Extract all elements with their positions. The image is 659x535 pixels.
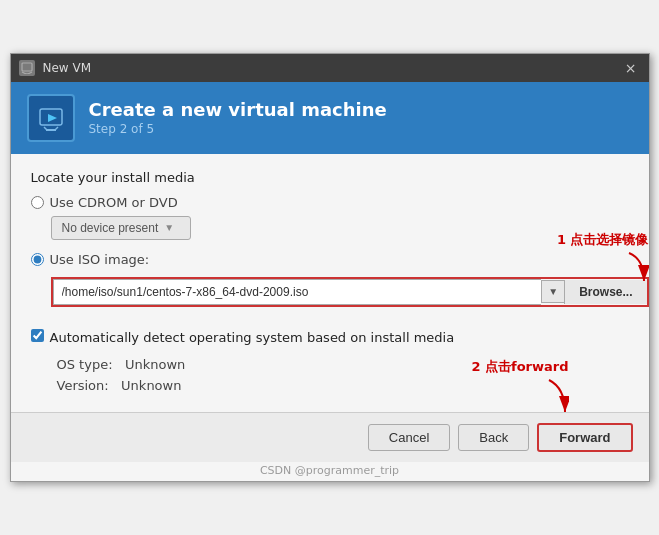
cdrom-label[interactable]: Use CDROM or DVD xyxy=(50,195,178,210)
version-value: Unknown xyxy=(121,378,181,393)
iso-path-row: ▼ Browse... xyxy=(51,277,649,307)
iso-label[interactable]: Use ISO image: xyxy=(50,252,150,267)
content-area: Locate your install media Use CDROM or D… xyxy=(11,154,649,413)
footer: Cancel Back Forward xyxy=(11,412,649,462)
cancel-button[interactable]: Cancel xyxy=(368,424,450,451)
dropdown-arrow-icon: ▼ xyxy=(164,222,174,233)
footer-container: 2 点击forward Cancel Back Forward xyxy=(11,412,649,462)
iso-dropdown-arrow[interactable]: ▼ xyxy=(541,280,564,303)
svg-rect-0 xyxy=(22,63,32,71)
os-type-row: OS type: Unknown xyxy=(57,355,629,376)
no-device-row: No device present ▼ xyxy=(51,216,629,240)
iso-option-row: Use ISO image: xyxy=(31,252,629,267)
cdrom-option-row: Use CDROM or DVD xyxy=(31,195,629,210)
header-title: Create a new virtual machine xyxy=(89,99,387,120)
back-button[interactable]: Back xyxy=(458,424,529,451)
watermark: CSDN @programmer_trip xyxy=(11,462,649,481)
window-title: New VM xyxy=(43,61,613,75)
os-type-key: OS type: xyxy=(57,357,113,372)
cdrom-radio[interactable] xyxy=(31,196,44,209)
forward-button[interactable]: Forward xyxy=(537,423,632,452)
iso-radio[interactable] xyxy=(31,253,44,266)
os-type-value: Unknown xyxy=(125,357,185,372)
iso-annotation-container: 1 点击选择镜像 ▼ Browse... xyxy=(31,273,629,307)
browse-button[interactable]: Browse... xyxy=(564,280,646,304)
wizard-icon xyxy=(27,94,75,142)
header-banner: Create a new virtual machine Step 2 of 5 xyxy=(11,82,649,154)
vm-icon xyxy=(19,60,35,76)
vm-creation-window: New VM × Create a new virtual machine St… xyxy=(10,53,650,483)
header-step: Step 2 of 5 xyxy=(89,122,387,136)
iso-path-input[interactable] xyxy=(53,279,542,305)
header-text: Create a new virtual machine Step 2 of 5 xyxy=(89,99,387,136)
no-device-dropdown[interactable]: No device present ▼ xyxy=(51,216,191,240)
auto-detect-label[interactable]: Automatically detect operating system ba… xyxy=(50,329,455,347)
version-row: Version: Unknown xyxy=(57,376,629,397)
os-info: OS type: Unknown Version: Unknown xyxy=(57,355,629,397)
section-title: Locate your install media xyxy=(31,170,629,185)
auto-detect-checkbox[interactable] xyxy=(31,329,44,342)
auto-detect-row: Automatically detect operating system ba… xyxy=(31,329,629,347)
close-button[interactable]: × xyxy=(621,59,641,77)
titlebar: New VM × xyxy=(11,54,649,82)
no-device-label: No device present xyxy=(62,221,159,235)
version-key: Version: xyxy=(57,378,109,393)
